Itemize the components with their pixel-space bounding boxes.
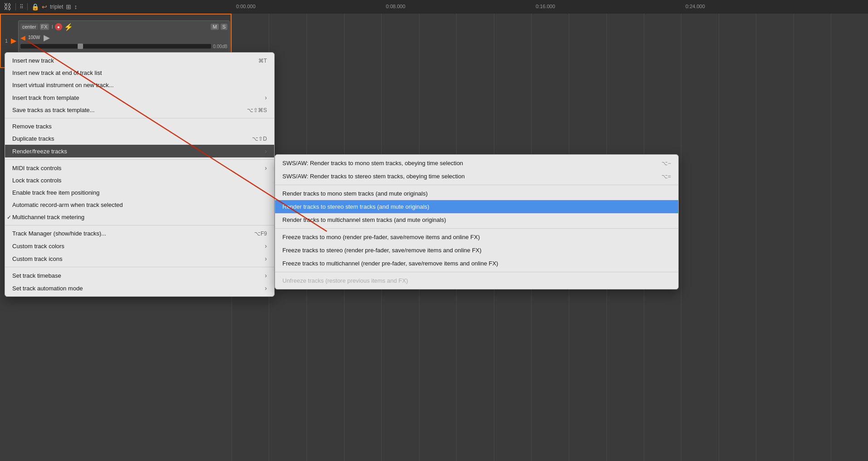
fader-track[interactable] <box>20 44 211 49</box>
menu-multichannel-metering-checkmark: ✓ <box>7 214 11 221</box>
menu-custom-track-colors[interactable]: Custom track colors › <box>5 240 274 252</box>
fx-label[interactable]: FX <box>40 24 49 30</box>
menu-set-track-timebase-arrow: › <box>265 272 267 279</box>
menu-midi-track-controls-arrow: › <box>265 164 267 172</box>
menu-duplicate-tracks-shortcut: ⌥⇧D <box>252 136 267 142</box>
track-volume-row: ◀ 100W ▶ <box>20 33 227 43</box>
submenu-render-multichannel[interactable]: Render tracks to multichannel stem track… <box>275 213 678 226</box>
submenu-unfreeze[interactable]: Unfreeze tracks (restore previous items … <box>275 274 678 287</box>
submenu-freeze-mono-label: Freeze tracks to mono (render pre-fader,… <box>282 234 480 240</box>
menu-insert-virtual-instrument[interactable]: Insert virtual instrument on new track..… <box>5 79 274 91</box>
menu-save-track-template[interactable]: Save tracks as track template... ⌥⇧⌘S <box>5 104 274 116</box>
menu-insert-new-track-shortcut: ⌘T <box>258 58 267 64</box>
top-toolbar: ⛓ ⠿ 🔒 ↩ triplet ⊞ ↕ <box>0 0 232 14</box>
arrow-icon: ↕ <box>74 3 77 10</box>
submenu-freeze-stereo-label: Freeze tracks to stereo (render pre-fade… <box>282 247 482 254</box>
menu-enable-free-item[interactable]: Enable track free item positioning <box>5 186 274 199</box>
menu-duplicate-tracks[interactable]: Duplicate tracks ⌥⇧D <box>5 132 274 145</box>
fx-separator: I <box>52 24 53 29</box>
menu-render-freeze-label: Render/freeze tracks <box>12 148 67 155</box>
submenu-render-multichannel-label: Render tracks to multichannel stem track… <box>282 216 446 223</box>
menu-insert-new-track-end[interactable]: Insert new track at end of track list <box>5 67 274 79</box>
submenu-sws-mono[interactable]: SWS/AW: Render tracks to mono stem track… <box>275 157 678 170</box>
menu-lock-track-controls-label: Lock track controls <box>12 177 61 184</box>
menu-track-manager[interactable]: Track Manager (show/hide tracks)... ⌥F9 <box>5 227 274 240</box>
submenu-sws-stereo[interactable]: SWS/AW: Render tracks to stereo stem tra… <box>275 170 678 183</box>
menu-insert-track-template-label: Insert track from template <box>12 94 79 101</box>
submenu-freeze-multichannel[interactable]: Freeze tracks to multichannel (render pr… <box>275 257 678 270</box>
menu-midi-track-controls-label: MIDI track controls <box>12 165 61 172</box>
fader-row: 0.00dB <box>20 44 227 49</box>
menu-duplicate-tracks-label: Duplicate tracks <box>12 135 54 142</box>
menu-sep-4 <box>5 267 274 267</box>
menu-sep-1 <box>5 118 274 118</box>
submenu-sep-1 <box>275 185 678 185</box>
submenu-freeze-mono[interactable]: Freeze tracks to mono (render pre-fader,… <box>275 230 678 244</box>
menu-insert-new-track[interactable]: Insert new track ⌘T <box>5 54 274 67</box>
menu-remove-tracks-label: Remove tracks <box>12 123 52 130</box>
submenu-render-stereo-label: Render tracks to stereo stem tracks (and… <box>282 203 429 210</box>
menu-save-track-template-shortcut: ⌥⇧⌘S <box>247 107 267 113</box>
menu-track-manager-label: Track Manager (show/hide tracks)... <box>12 230 106 237</box>
record-button[interactable]: ● <box>55 23 62 30</box>
wave-icon: ⠿ <box>20 4 24 10</box>
menu-insert-track-template[interactable]: Insert track from template › <box>5 91 274 104</box>
grid-icon: ⊞ <box>66 3 71 10</box>
track-name-row: center FX I ● ⚡ M S <box>20 23 227 31</box>
menu-insert-virtual-instrument-label: Insert virtual instrument on new track..… <box>12 82 113 88</box>
submenu-render-mono-label: Render tracks to mono stem tracks (and m… <box>282 190 428 197</box>
menu-save-track-template-label: Save tracks as track template... <box>12 107 94 113</box>
menu-custom-track-colors-label: Custom track colors <box>12 243 64 250</box>
ruler-tick-0: 0:00.000 <box>236 4 256 9</box>
menu-render-freeze-arrow: › <box>265 147 267 155</box>
menu-sep-3 <box>5 225 274 226</box>
menu-insert-new-track-end-label: Insert new track at end of track list <box>12 69 102 76</box>
menu-custom-track-icons-label: Custom track icons <box>12 255 63 262</box>
menu-render-freeze[interactable]: Render/freeze tracks › <box>5 145 274 157</box>
volume-label: 100W <box>28 35 40 40</box>
expand-arrow[interactable]: ▶ <box>44 33 50 43</box>
menu-multichannel-metering-label: Multichannel track metering <box>12 214 84 221</box>
ruler-tick-2: 0:16.000 <box>536 4 555 9</box>
submenu-render-mono[interactable]: Render tracks to mono stem tracks (and m… <box>275 187 678 200</box>
menu-midi-track-controls[interactable]: MIDI track controls › <box>5 162 274 174</box>
track-pan-arrow: ◀ <box>20 34 25 41</box>
db-label: 0.00dB <box>213 44 227 49</box>
s-button[interactable]: S <box>221 24 227 30</box>
track-number: 1 <box>2 38 11 44</box>
submenu-sws-mono-label: SWS/AW: Render tracks to mono stem track… <box>282 160 463 167</box>
render-freeze-submenu: SWS/AW: Render tracks to mono stem track… <box>275 154 679 289</box>
menu-lock-track-controls[interactable]: Lock track controls <box>5 174 274 186</box>
loop-icon: ↩ <box>42 3 47 10</box>
menu-insert-new-track-label: Insert new track <box>12 57 54 64</box>
context-menu: Insert new track ⌘T Insert new track at … <box>5 52 275 297</box>
menu-set-track-automation-arrow: › <box>265 284 267 292</box>
link-icon: ⛓ <box>4 2 12 12</box>
triplet-label: triplet <box>50 4 63 10</box>
track-name: center <box>20 24 38 30</box>
submenu-sws-mono-shortcut: ⌥− <box>661 160 671 167</box>
submenu-render-stereo[interactable]: Render tracks to stereo stem tracks (and… <box>275 200 678 213</box>
fader-handle[interactable] <box>78 44 83 49</box>
menu-set-track-automation-label: Set track automation mode <box>12 285 83 292</box>
menu-enable-free-item-label: Enable track free item positioning <box>12 189 99 196</box>
menu-set-track-timebase-label: Set track timebase <box>12 272 61 279</box>
menu-auto-record-arm[interactable]: Automatic record-arm when track selected <box>5 199 274 211</box>
menu-set-track-timebase[interactable]: Set track timebase › <box>5 269 274 282</box>
lock-icon: 🔒 <box>31 3 39 10</box>
menu-insert-track-template-arrow: › <box>265 94 267 101</box>
submenu-freeze-stereo[interactable]: Freeze tracks to stereo (render pre-fade… <box>275 244 678 257</box>
menu-remove-tracks[interactable]: Remove tracks <box>5 120 274 132</box>
menu-auto-record-arm-label: Automatic record-arm when track selected <box>12 201 123 208</box>
timeline-ruler: 0:00.000 0:08.000 0:16.000 0:24.000 <box>232 0 868 14</box>
m-button[interactable]: M <box>211 24 218 30</box>
submenu-sws-stereo-label: SWS/AW: Render tracks to stereo stem tra… <box>282 173 465 180</box>
pan-arrow: ▶ <box>11 36 16 45</box>
submenu-unfreeze-label: Unfreeze tracks (restore previous items … <box>282 277 408 284</box>
menu-multichannel-metering[interactable]: ✓ Multichannel track metering <box>5 211 274 223</box>
submenu-sep-3 <box>275 272 678 272</box>
menu-custom-track-icons-arrow: › <box>265 255 267 262</box>
menu-set-track-automation[interactable]: Set track automation mode › <box>5 282 274 294</box>
menu-custom-track-icons[interactable]: Custom track icons › <box>5 252 274 265</box>
submenu-sep-2 <box>275 228 678 229</box>
